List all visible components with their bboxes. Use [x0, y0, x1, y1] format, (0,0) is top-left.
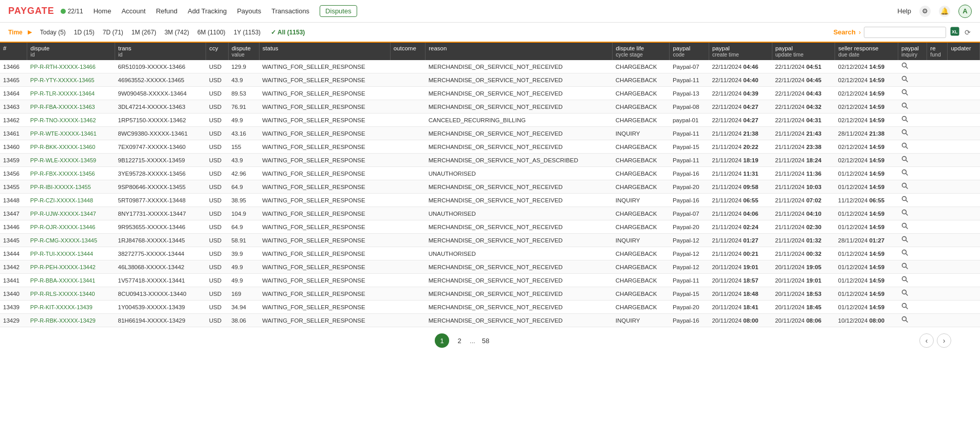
filter-today[interactable]: Today (5): [37, 28, 69, 37]
settings-icon[interactable]: ⚙: [919, 6, 931, 17]
time-cell: 02/12/2024 14:59: [835, 140, 898, 154]
status: WAITING_FOR_SELLER_RESPONSE: [259, 154, 390, 167]
cycle-stage: CHARGEBACK: [613, 207, 670, 220]
search-icon-cell[interactable]: [898, 100, 927, 114]
row-num: 13444: [0, 247, 27, 260]
col-paypal-create: paypalcreate time: [709, 43, 772, 60]
dispute-id[interactable]: PP-R-TNO-XXXXX-13462: [27, 114, 115, 127]
page-1-button[interactable]: 1: [435, 333, 449, 348]
filter-6m[interactable]: 6M (1100): [194, 28, 229, 37]
paypal-code: Paypal-13: [670, 87, 709, 100]
reason: MERCHANDISE_OR_SERVICE_NOT_RECEIVED: [426, 234, 613, 247]
refund-cell: [927, 301, 948, 314]
search-icon-cell[interactable]: [898, 180, 927, 194]
time-cell: 22/11/2024 04:51: [772, 60, 835, 73]
dispute-id[interactable]: PP-R-TUI-XXXXX-13444: [27, 247, 115, 260]
svg-point-38: [902, 304, 906, 308]
dispute-id[interactable]: PP-R-BKK-XXXXX-13460: [27, 140, 115, 154]
search-icon-cell[interactable]: [898, 60, 927, 73]
time-cell: 21/11/2024 01:32: [772, 234, 835, 247]
dispute-id[interactable]: PP-R-KIT-XXXXX-13439: [27, 301, 115, 314]
reason: MERCHANDISE_OR_SERVICE_NOT_RECEIVED: [426, 220, 613, 234]
search-icon-cell[interactable]: [898, 194, 927, 207]
search-icon-cell[interactable]: [898, 87, 927, 100]
nav-account[interactable]: Account: [121, 7, 145, 15]
time-cell: 01/12/2024 14:59: [835, 220, 898, 234]
search-input[interactable]: [864, 27, 946, 38]
search-icon-cell[interactable]: [898, 260, 927, 274]
time-cell: 28/11/2024 01:27: [835, 234, 898, 247]
search-icon-cell[interactable]: [898, 167, 927, 180]
col-num: #: [0, 43, 27, 60]
search-icon-cell[interactable]: [898, 314, 927, 327]
search-icon-cell[interactable]: [898, 287, 927, 301]
prev-page-button[interactable]: ‹: [919, 333, 934, 348]
dispute-id[interactable]: PP-R-FBA-XXXXX-13463: [27, 100, 115, 114]
reason: UNAUTHORISED: [426, 167, 613, 180]
filter-7d[interactable]: 7D (71): [100, 28, 126, 37]
updater-cell: [948, 180, 980, 194]
paypal-code: Paypal-12: [670, 234, 709, 247]
filter-1m[interactable]: 1M (267): [128, 28, 159, 37]
search-icon-cell[interactable]: [898, 274, 927, 287]
dispute-id[interactable]: PP-R-BBA-XXXXX-13441: [27, 274, 115, 287]
search-icon-cell[interactable]: [898, 114, 927, 127]
ccy: USD: [206, 73, 229, 87]
search-icon-cell[interactable]: [898, 127, 927, 140]
dispute-id[interactable]: PP-R-YTY-XXXXX-13465: [27, 73, 115, 87]
nav-transactions[interactable]: Transactions: [271, 7, 309, 15]
svg-line-9: [905, 107, 908, 109]
dispute-id[interactable]: PP-R-OJR-XXXXX-13446: [27, 220, 115, 234]
search-icon-cell[interactable]: [898, 247, 927, 260]
user-avatar[interactable]: A: [958, 5, 972, 18]
outcome: [390, 247, 426, 260]
filter-1d[interactable]: 1D (15): [71, 28, 98, 37]
search-label[interactable]: Search: [834, 28, 856, 36]
trans-id: 9B122715-XXXXX-13459: [115, 154, 206, 167]
outcome: [390, 234, 426, 247]
search-icon-cell[interactable]: [898, 154, 927, 167]
nav-add-tracking[interactable]: Add Tracking: [188, 7, 227, 15]
time-filter-label[interactable]: Time: [8, 29, 23, 36]
dispute-id[interactable]: PP-R-CMG-XXXXX-13445: [27, 234, 115, 247]
dispute-id[interactable]: PP-R-RBK-XXXXX-13429: [27, 314, 115, 327]
updater-cell: [948, 73, 980, 87]
refresh-icon[interactable]: ⟳: [964, 27, 972, 38]
nav-refund[interactable]: Refund: [156, 7, 177, 15]
search-icon-cell[interactable]: [898, 207, 927, 220]
dispute-id[interactable]: PP-R-PEH-XXXXX-13442: [27, 260, 115, 274]
search-icon-cell[interactable]: [898, 301, 927, 314]
time-arrow-icon: ▶: [28, 29, 32, 35]
nav-home[interactable]: Home: [94, 7, 112, 15]
filter-all[interactable]: ✓ All (1153): [271, 29, 305, 36]
nav-disputes[interactable]: Disputes: [320, 5, 357, 17]
dispute-id[interactable]: PP-R-UJW-XXXXX-13447: [27, 207, 115, 220]
nav-payouts[interactable]: Payouts: [237, 7, 261, 15]
help-link[interactable]: Help: [897, 7, 911, 15]
svg-line-17: [905, 160, 908, 162]
filter-3m[interactable]: 3M (742): [161, 28, 192, 37]
paypal-code: Paypal-11: [670, 154, 709, 167]
search-icon-cell[interactable]: [898, 140, 927, 154]
page-2-button[interactable]: 2: [452, 333, 467, 348]
svg-line-21: [905, 187, 908, 189]
search-icon-cell[interactable]: [898, 73, 927, 87]
dispute-id[interactable]: PP-R-IBI-XXXXX-13455: [27, 180, 115, 194]
search-icon-cell[interactable]: [898, 234, 927, 247]
export-excel-icon[interactable]: XL: [949, 26, 960, 39]
notifications-icon[interactable]: 🔔: [939, 6, 950, 17]
time-cell: 11/12/2024 06:55: [835, 194, 898, 207]
cycle-stage: INQUIRY: [613, 194, 670, 207]
dispute-id[interactable]: PP-R-RTH-XXXXX-13466: [27, 60, 115, 73]
dispute-id[interactable]: PP-R-WTE-XXXXX-13461: [27, 127, 115, 140]
dispute-id[interactable]: PP-R-RLS-XXXXX-13440: [27, 287, 115, 301]
dispute-id[interactable]: PP-R-CZI-XXXXX-13448: [27, 194, 115, 207]
dispute-id[interactable]: PP-R-WLE-XXXXX-13459: [27, 154, 115, 167]
next-page-button[interactable]: ›: [937, 333, 951, 348]
filter-1y[interactable]: 1Y (1153): [231, 28, 264, 37]
dispute-id[interactable]: PP-R-TLR-XXXXX-13464: [27, 87, 115, 100]
search-icon-cell[interactable]: [898, 220, 927, 234]
col-paypal-update: paypalupdate time: [772, 43, 835, 60]
page-58-button[interactable]: 58: [478, 333, 493, 348]
dispute-id[interactable]: PP-R-FBX-XXXXX-13456: [27, 167, 115, 180]
